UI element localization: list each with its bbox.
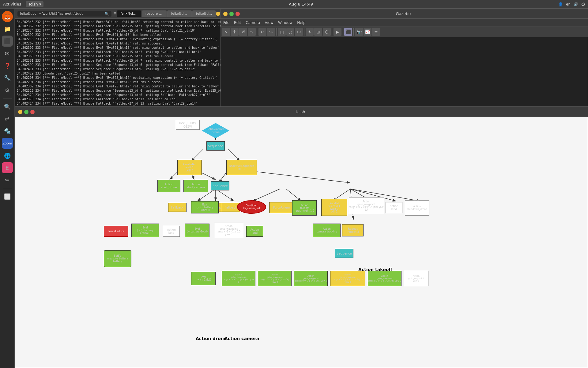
- terminal-line: 34.402441 234 [*** FiacreModel ***] Btno…: [17, 106, 233, 106]
- eval-battery-critical[interactable]: Eval(~ (= battery Critical)): [191, 201, 219, 213]
- gz-scale-tool[interactable]: ⤡: [248, 28, 256, 36]
- dock-help[interactable]: ❓: [2, 60, 13, 71]
- action-start-camera[interactable]: Actionstart_camera: [183, 180, 208, 192]
- terminal-line: 34.402414 234 [*** FiacreModel ***] Btno…: [17, 102, 233, 106]
- dock-chrome[interactable]: 🌐: [2, 150, 13, 161]
- gz-active-tool[interactable]: ⬛: [344, 28, 352, 36]
- action-shutdown-drone[interactable]: Actionshutdown_drone: [405, 200, 429, 216]
- reactive-sequence-node[interactable]: ReactiveSequencekill 1: [226, 160, 257, 175]
- dock-mail[interactable]: ✉: [2, 48, 13, 59]
- activities-button[interactable]: Activities: [3, 2, 21, 6]
- condition-fls[interactable]: Conditionfls_carrier_set: [237, 200, 266, 214]
- gazebo-menu-help[interactable]: Help: [297, 21, 305, 25]
- dock-separator-1: [3, 98, 12, 98]
- terminal-menu-icon[interactable]: ☰: [113, 12, 117, 16]
- dock-tools[interactable]: 🔩: [2, 125, 13, 136]
- action-takeoff[interactable]: Actiontakeoff:args height 1.0: [292, 200, 317, 216]
- dock-bottom-icon[interactable]: ⬜: [2, 191, 13, 202]
- gazebo-title: Gazebo: [240, 11, 567, 16]
- gz-grid[interactable]: ⊞: [314, 28, 322, 36]
- terminal-line: 34.202392 232 [*** FiacreModel ***] Btno…: [17, 33, 233, 37]
- force-failure[interactable]: ForceFailure: [269, 202, 294, 213]
- tclsh-window-controls: [18, 110, 35, 114]
- gz-sphere[interactable]: ○: [286, 28, 294, 36]
- dock-arrows[interactable]: ⇄: [2, 113, 13, 124]
- sequence-2[interactable]: Sequence: [211, 181, 229, 190]
- dock-settings[interactable]: ⚙: [2, 85, 13, 96]
- gazebo-menu-window[interactable]: Window: [278, 21, 292, 25]
- action-goto-waypoint-1[interactable]: Actiongoto_waypoint:args x 0 y 0 z (* 2 …: [349, 197, 384, 214]
- gazebo-titlebar: Gazebo: [221, 9, 588, 19]
- fallback-2[interactable]: Fallback: [168, 203, 187, 212]
- dock-software[interactable]: 🔧: [2, 72, 13, 83]
- dock-files[interactable]: 📁: [2, 23, 13, 34]
- action-goto-wp-bottom-5[interactable]: Actiongoto_waypoint:args x 3 y -3 z (* 2…: [368, 271, 401, 286]
- set-sv-node[interactable]: SetSVmeasure_batterybattery: [104, 250, 131, 267]
- terminal-tab-1[interactable]: felix@doc: ~/work/bt2fi...: [117, 10, 141, 17]
- gz-cylinder[interactable]: ⬭: [295, 28, 303, 36]
- dock-firefox[interactable]: 🦊: [2, 11, 13, 22]
- action-goto-waypoint-2[interactable]: Actiongoto_waypoint:args x -1 y -1 z 0.5…: [214, 223, 243, 238]
- action-goto-wp-bottom-3[interactable]: Actiongoto_waypoint:args x 0 y -3 z (* 2…: [294, 271, 328, 286]
- sequence-3[interactable]: Sequence: [335, 249, 353, 258]
- action-land-3[interactable]: Actionland: [246, 226, 263, 237]
- action-land-1[interactable]: Actionland: [386, 202, 402, 213]
- gz-layers[interactable]: ≡: [372, 28, 380, 36]
- action-goto-wp-bottom-2[interactable]: Actiongoto_waypoint:args x -1.5 y -3 z (…: [258, 271, 292, 286]
- gazebo-menu-camera[interactable]: Camera: [246, 21, 260, 25]
- action-start-drone[interactable]: Actionstart_drone: [157, 180, 180, 192]
- force-failure-red[interactable]: ForceFailure: [104, 226, 128, 237]
- gazebo-menu-edit[interactable]: Edit: [234, 21, 241, 25]
- eval-battery-good[interactable]: Eval(= battery Good): [185, 224, 209, 237]
- gz-undo[interactable]: ↩: [258, 28, 266, 36]
- dock-terminal[interactable]: ⬛: [2, 36, 13, 47]
- terminal-tab-3[interactable]: felix@doc: ~/work/dron...: [167, 10, 192, 17]
- gz-redo[interactable]: ↪: [267, 28, 275, 36]
- gz-rotate-tool[interactable]: ↺: [239, 28, 247, 36]
- gz-move-tool[interactable]: ✛: [231, 28, 239, 36]
- tclsh-maximize[interactable]: [24, 110, 28, 114]
- bt-diagram: Tick (10Hz): 0234 BehaviorTreedrone Sequ…: [87, 117, 516, 368]
- dock-search[interactable]: 🔍: [2, 101, 13, 112]
- tclsh-minimize[interactable]: [18, 110, 22, 114]
- sys-power-icon: ⏻: [581, 2, 585, 6]
- action-land-2[interactable]: Actionland: [163, 226, 180, 237]
- gazebo-menu-view[interactable]: View: [265, 21, 273, 25]
- dock-plugin[interactable]: E: [2, 162, 13, 173]
- gz-box[interactable]: □: [278, 28, 286, 36]
- eval-battery-critical-2[interactable]: Eval(~ (= battery Critical)): [131, 224, 159, 237]
- terminal-minimize[interactable]: [216, 12, 220, 16]
- action-camera-tracking[interactable]: Actioncamera_tracking: [313, 224, 341, 237]
- gazebo-menu-file[interactable]: File: [223, 21, 229, 25]
- bt-root-node[interactable]: BehaviorTreedrone: [202, 123, 229, 138]
- sequence-root[interactable]: Sequence: [206, 141, 225, 151]
- gz-select-tool[interactable]: ↖: [222, 28, 230, 36]
- action-goto-wp-bottom-6[interactable]: Actiongoto_waypointyaw 0: [404, 271, 428, 286]
- gz-play[interactable]: ▶: [334, 28, 341, 36]
- gazebo-maximize[interactable]: [229, 12, 234, 16]
- terminal-path: felix@doc: ~/work/bt2fiacre/util/ttdot: [20, 12, 83, 16]
- terminal-line: 34.302336 233 [*** FiacreModel ***] Btno…: [17, 50, 233, 54]
- terminal-tab-4[interactable]: felix@doc: ~/work/bt2...: [192, 10, 216, 17]
- bt-canvas[interactable]: Tick (10Hz): 0234 BehaviorTreedrone Sequ…: [15, 117, 588, 368]
- eval-1-fls[interactable]: Eval(:= (+ 1 fls)): [191, 272, 216, 285]
- gz-wire[interactable]: ⬡: [323, 28, 331, 36]
- terminal-line: 34.402291 234 [*** FiacreModel ***] Btno…: [17, 80, 233, 84]
- gz-light[interactable]: ☀: [306, 28, 314, 36]
- tclsh-menu[interactable]: Tclsh ▾: [26, 1, 43, 7]
- parallel-all-node[interactable]: ParallelAllwait 1:kill 0: [177, 160, 202, 175]
- action-goto-wp-bottom-1[interactable]: Actiongoto_waypoint:args x -3 y -3 z (* …: [222, 271, 255, 286]
- action-goto-wp-bottom-4[interactable]: Actiongoto_waypoint:args x 1.5 y 3 z (* …: [330, 271, 365, 286]
- parallel-success[interactable]: Parallelsuccess 1:wait 0:kill 1: [321, 199, 347, 216]
- gazebo-close[interactable]: [236, 12, 240, 16]
- terminal-tab-2[interactable]: roscore http://127.0.0.1:...: [142, 10, 167, 17]
- gazebo-minimize[interactable]: [223, 12, 228, 16]
- dock-zoom[interactable]: Zoom: [2, 138, 13, 149]
- repeat-node[interactable]: Repeat:repeat 3: [342, 224, 364, 236]
- gz-chart[interactable]: 📈: [364, 28, 371, 36]
- dock-vector[interactable]: ✏: [2, 174, 13, 186]
- terminal-search-icon[interactable]: 🔍: [104, 12, 109, 16]
- gazebo-window-controls: [223, 12, 240, 16]
- gz-camera-save[interactable]: 📷: [355, 28, 363, 36]
- tclsh-close[interactable]: [30, 110, 35, 114]
